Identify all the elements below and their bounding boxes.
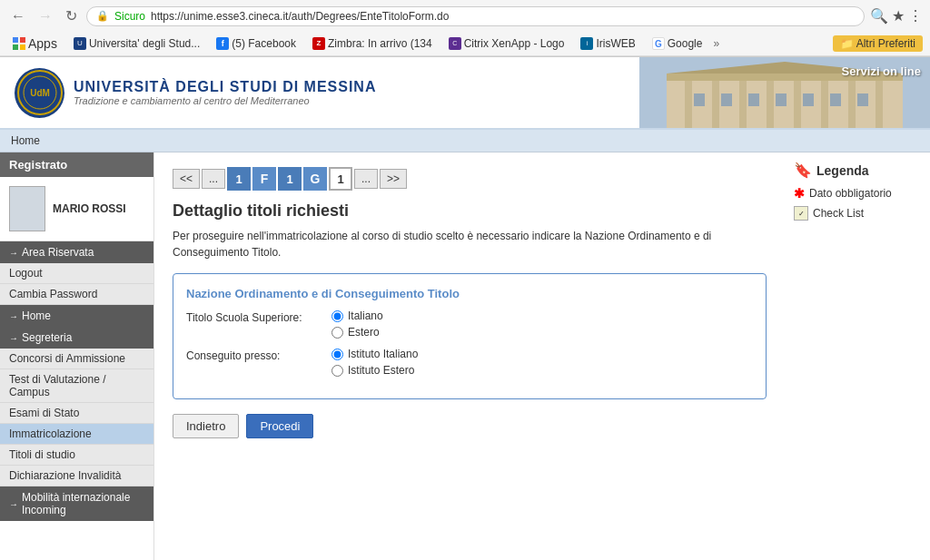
zimbra-label: Zimbra: In arrivo (134 bbox=[328, 37, 432, 50]
titolo-italiano-label: Italiano bbox=[348, 309, 383, 322]
svg-rect-10 bbox=[821, 80, 828, 128]
content-wrapper: Registrato MARIO ROSSI Area Riservata Lo… bbox=[0, 152, 930, 560]
lock-icon: 🔒 bbox=[96, 10, 109, 22]
servizi-label: Servizi on line bbox=[842, 64, 921, 78]
page-title: Dettaglio titoli richiesti bbox=[173, 201, 767, 221]
svg-rect-16 bbox=[721, 93, 732, 106]
facebook-icon: f bbox=[216, 37, 229, 50]
svg-rect-8 bbox=[767, 80, 774, 128]
university-subtitle: Tradizione e cambiamento al centro del M… bbox=[74, 95, 376, 106]
sidebar-item-mobilita[interactable]: Mobilità internazionale Incoming bbox=[0, 486, 153, 521]
sidebar-item-logout[interactable]: Logout bbox=[0, 263, 153, 284]
bookmarks-bar: Apps U Universita' degli Stud... f (5) F… bbox=[0, 32, 930, 56]
ist-italiano-radio[interactable]: Istituto Italiano bbox=[331, 348, 418, 360]
titolo-form-row: Titolo Scuola Superiore: Italiano Estero bbox=[186, 309, 753, 339]
browser-chrome: ← → ↻ 🔒 Sicuro https://unime.esse3.cinec… bbox=[0, 0, 930, 57]
svg-rect-17 bbox=[748, 93, 759, 106]
sidebar-item-concorsi[interactable]: Concorsi di Ammissione bbox=[0, 349, 153, 369]
legenda-required: ✱ Dato obbligatorio bbox=[794, 186, 921, 201]
legenda-checklist: ✓ Check List bbox=[794, 206, 921, 221]
concorsi-label: Concorsi di Ammissione bbox=[9, 352, 125, 365]
titolo-estero-radio[interactable]: Estero bbox=[331, 326, 383, 339]
sidebar-item-immatricolazione[interactable]: Immatricolazione bbox=[0, 424, 153, 445]
apps-bookmark[interactable]: Apps bbox=[7, 34, 63, 53]
ist-italiano-input[interactable] bbox=[331, 349, 343, 360]
iris-bookmark[interactable]: i IrisWEB bbox=[575, 35, 640, 52]
breadcrumb: Home bbox=[0, 130, 930, 152]
stepper-dots-right[interactable]: ... bbox=[354, 169, 378, 189]
google-label: Google bbox=[668, 37, 703, 50]
university-seal: UdM bbox=[15, 68, 64, 118]
page-wrapper: UdM Università degli Studi di Messina Tr… bbox=[0, 57, 930, 560]
svg-rect-6 bbox=[712, 80, 719, 128]
sidebar-item-test[interactable]: Test di Valutazione / Campus bbox=[0, 369, 153, 403]
ist-estero-label: Istituto Estero bbox=[348, 364, 414, 377]
facebook-bookmark[interactable]: f (5) Facebook bbox=[211, 35, 302, 52]
checklist-icon: ✓ bbox=[794, 206, 808, 221]
universita-label: Universita' degli Stud... bbox=[89, 37, 200, 50]
stepper-step-1c[interactable]: 1 bbox=[329, 167, 352, 191]
browser-toolbar: ← → ↻ 🔒 Sicuro https://unime.esse3.cinec… bbox=[0, 0, 930, 32]
stepper-step-1b[interactable]: 1 bbox=[278, 167, 302, 191]
proceed-button[interactable]: Procedi bbox=[246, 414, 313, 438]
test-label: Test di Valutazione / Campus bbox=[9, 373, 106, 398]
dichiarazione-label: Dichiarazione Invalidità bbox=[9, 469, 121, 482]
altri-preferiti-bookmark[interactable]: 📁 Altri Preferiti bbox=[833, 35, 923, 52]
forward-button[interactable]: → bbox=[35, 6, 56, 26]
stepper-step-1[interactable]: 1 bbox=[227, 167, 251, 191]
titolo-radios: Italiano Estero bbox=[331, 309, 383, 339]
legenda-title: 🔖 Legenda bbox=[794, 162, 921, 179]
logo-text: Università degli Studi di Messina Tradiz… bbox=[74, 79, 376, 106]
sidebar-item-cambia-password[interactable]: Cambia Password bbox=[0, 284, 153, 305]
legenda-title-text: Legenda bbox=[816, 163, 869, 178]
url-text: https://unime.esse3.cineca.it/auth/Degre… bbox=[151, 10, 855, 23]
sidebar-username: MARIO ROSSI bbox=[53, 202, 126, 215]
google-icon: G bbox=[652, 37, 665, 50]
titolo-estero-label: Estero bbox=[348, 326, 380, 339]
citrix-bookmark[interactable]: C Citrix XenApp - Logo bbox=[443, 35, 570, 52]
bookmark-button[interactable]: ★ bbox=[892, 7, 905, 25]
zimbra-bookmark[interactable]: Z Zimbra: In arrivo (134 bbox=[307, 35, 438, 52]
svg-rect-20 bbox=[830, 93, 841, 106]
titolo-estero-input[interactable] bbox=[331, 327, 343, 339]
mobilita-label: Mobilità internazionale Incoming bbox=[22, 491, 144, 516]
sidebar-item-area-riservata[interactable]: Area Riservata bbox=[0, 241, 153, 263]
university-name: Università degli Studi di Messina bbox=[74, 79, 376, 95]
titolo-italiano-input[interactable] bbox=[331, 310, 343, 322]
logout-label: Logout bbox=[9, 267, 43, 280]
legenda-checklist-label: Check List bbox=[813, 207, 864, 220]
facebook-label: (5) Facebook bbox=[232, 37, 296, 50]
search-button[interactable]: 🔍 bbox=[870, 7, 888, 25]
more-bookmarks[interactable]: » bbox=[713, 37, 719, 50]
breadcrumb-home[interactable]: Home bbox=[11, 134, 40, 147]
svg-rect-11 bbox=[848, 80, 856, 128]
ist-estero-input[interactable] bbox=[331, 365, 343, 377]
stepper-step-g[interactable]: G bbox=[303, 167, 327, 191]
sidebar-item-segreteria[interactable]: Segreteria bbox=[0, 327, 153, 349]
sidebar-item-dichiarazione[interactable]: Dichiarazione Invalidità bbox=[0, 466, 153, 486]
menu-button[interactable]: ⋮ bbox=[908, 7, 923, 25]
titolo-italiano-radio[interactable]: Italiano bbox=[331, 309, 383, 322]
page-description: Per proseguire nell'immatricolazione al … bbox=[173, 228, 767, 260]
right-panel: 🔖 Legenda ✱ Dato obbligatorio ✓ Check Li… bbox=[785, 152, 930, 560]
back-button[interactable]: ← bbox=[7, 6, 29, 26]
stepper-step-f[interactable]: F bbox=[252, 167, 276, 191]
back-button[interactable]: Indietro bbox=[173, 414, 239, 438]
stepper-prev-prev[interactable]: << bbox=[173, 169, 200, 189]
sidebar-item-titoli[interactable]: Titoli di studio bbox=[0, 445, 153, 466]
reload-button[interactable]: ↻ bbox=[62, 5, 81, 26]
stepper-next[interactable]: >> bbox=[380, 169, 407, 189]
sidebar-avatar bbox=[9, 186, 45, 231]
google-bookmark[interactable]: G Google bbox=[647, 35, 708, 52]
sidebar-user: MARIO ROSSI bbox=[0, 177, 153, 241]
stepper-dots-left[interactable]: ... bbox=[202, 169, 225, 189]
browser-actions: 🔍 ★ ⋮ bbox=[870, 7, 923, 25]
zimbra-icon: Z bbox=[312, 37, 325, 50]
address-bar[interactable]: 🔒 Sicuro https://unime.esse3.cineca.it/a… bbox=[86, 6, 865, 26]
citrix-label: Citrix XenApp - Logo bbox=[464, 37, 565, 50]
svg-rect-5 bbox=[685, 80, 692, 128]
universita-bookmark[interactable]: U Universita' degli Stud... bbox=[68, 35, 205, 52]
sidebar-item-home[interactable]: Home bbox=[0, 305, 153, 327]
sidebar-item-esami[interactable]: Esami di Stato bbox=[0, 403, 153, 424]
ist-estero-radio[interactable]: Istituto Estero bbox=[331, 364, 418, 377]
